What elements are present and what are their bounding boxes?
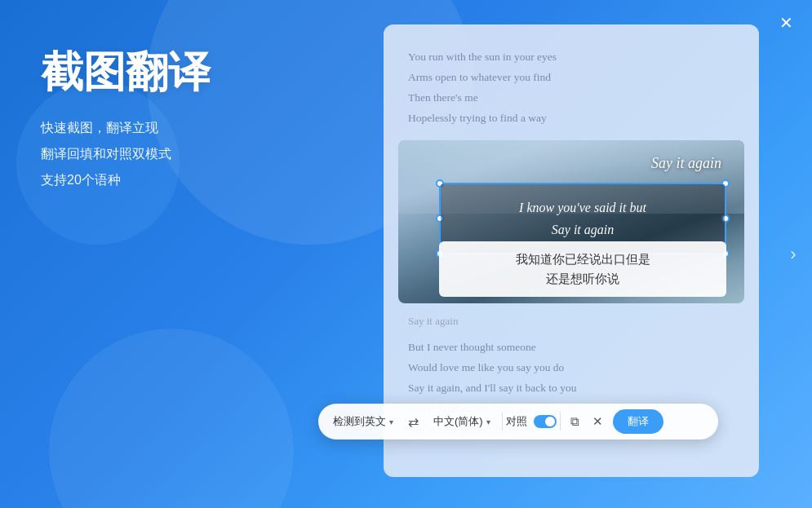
lyric-above-selection: Say it again (651, 155, 721, 172)
translation-line-2: 还是想听你说 (452, 269, 713, 289)
clear-button[interactable]: ✕ (587, 410, 610, 433)
lyrics-line-4: Hopelessly trying to find a way (408, 108, 734, 129)
source-language-label: 检测到英文 (333, 414, 386, 429)
target-dropdown-arrow: ▾ (486, 417, 490, 426)
target-language-label: 中文(简体) (433, 414, 483, 429)
next-arrow-button[interactable]: › (781, 234, 805, 275)
translate-button[interactable]: 翻译 (613, 409, 663, 434)
lyrics-line-3: Then there's me (408, 88, 734, 108)
subtitle-text: 快速截图，翻译立现 翻译回填和对照双模式 支持20个语种 (41, 115, 335, 193)
selected-line-2: Say it again (552, 219, 614, 241)
bottom-lyrics-line-1: But I never thought someone (408, 338, 734, 358)
top-lyrics-area: You run with the sun in your eyes Arms o… (384, 24, 759, 140)
sub-line-3: 支持20个语种 (41, 167, 335, 193)
source-language-dropdown[interactable]: 检测到英文 ▾ (325, 414, 402, 429)
copy-button[interactable]: ⧉ (564, 410, 587, 433)
left-panel: 截图翻译 快速截图，翻译立现 翻译回填和对照双模式 支持20个语种 (41, 49, 335, 193)
lyrics-line-1: You run with the sun in your eyes (408, 47, 734, 68)
bottom-lyrics-line-2: Would love me like you say you do (408, 358, 734, 378)
swap-languages-button[interactable]: ⇄ (402, 414, 425, 430)
toolbar-divider-2 (560, 413, 561, 431)
translation-box: 我知道你已经说出口但是 还是想听你说 (439, 241, 726, 297)
duizhao-label: 对照 (506, 414, 527, 429)
close-button[interactable]: ✕ (774, 11, 797, 34)
bottom-lyrics-line-3: Say it again, and I'll say it back to yo… (408, 378, 734, 399)
translation-toolbar: 检测到英文 ▾ ⇄ 中文(简体) ▾ 对照 ⧉ ✕ 翻译 (318, 404, 718, 440)
duizhao-toggle[interactable] (534, 415, 557, 428)
source-dropdown-arrow: ▾ (389, 417, 393, 426)
bottom-lyrics-area: Say it again But I never thought someone… (384, 303, 759, 477)
bg-decoration-2 (49, 329, 294, 508)
sub-line-2: 翻译回填和对照双模式 (41, 141, 335, 167)
translation-line-1: 我知道你已经说出口但是 (452, 250, 713, 269)
target-language-dropdown[interactable]: 中文(简体) ▾ (425, 414, 499, 429)
lyrics-separator: Say it again (408, 311, 734, 331)
sub-line-1: 快速截图，翻译立现 (41, 115, 335, 141)
main-title: 截图翻译 (41, 49, 335, 95)
selected-line-1: I know you've said it but (519, 197, 646, 219)
toolbar-divider-1 (502, 413, 503, 431)
lyrics-line-2: Arms open to whatever you find (408, 68, 734, 88)
capture-area: Say it again I know you've said it but S… (398, 140, 744, 303)
